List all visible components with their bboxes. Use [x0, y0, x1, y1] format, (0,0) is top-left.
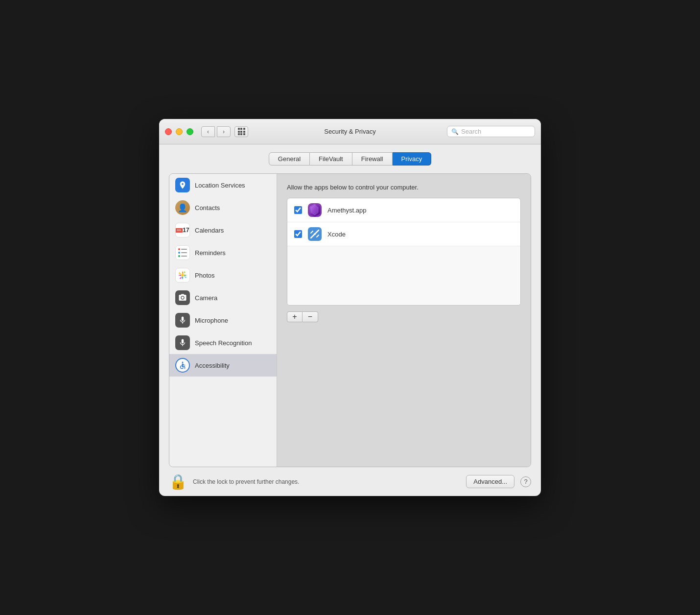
sidebar: Location Services 👤 Contacts JUL 17 Cale…: [169, 174, 277, 467]
grid-view-button[interactable]: [234, 126, 248, 137]
sidebar-item-speech-recognition[interactable]: Speech Recognition: [169, 331, 277, 354]
calendars-icon: JUL 17: [175, 223, 190, 237]
search-box[interactable]: 🔍: [447, 126, 535, 137]
svg-point-0: [181, 274, 184, 277]
list-controls: + −: [287, 311, 521, 322]
sidebar-item-location-services[interactable]: Location Services: [169, 174, 277, 196]
camera-label: Camera: [195, 294, 217, 302]
xcode-checkbox[interactable]: [294, 230, 302, 238]
tab-general[interactable]: General: [269, 152, 310, 166]
microphone-label: Microphone: [195, 317, 228, 324]
main-window: ‹ › Security & Privacy 🔍 General FileVau…: [159, 119, 541, 496]
back-button[interactable]: ‹: [201, 126, 215, 137]
right-panel: Allow the apps below to control your com…: [277, 174, 531, 467]
nav-buttons: ‹ ›: [201, 126, 231, 137]
contacts-icon: 👤: [175, 200, 190, 215]
reminders-icon: [175, 245, 190, 260]
titlebar: ‹ › Security & Privacy 🔍: [159, 119, 541, 144]
help-button[interactable]: ?: [520, 476, 531, 487]
maximize-button[interactable]: [187, 128, 193, 135]
sidebar-item-accessibility[interactable]: Accessibility: [169, 354, 277, 377]
microphone-icon: [175, 313, 190, 328]
location-services-icon: [175, 178, 190, 192]
lock-status-text: Click the lock to prevent further change…: [193, 478, 460, 485]
content-area: General FileVault Firewall Privacy Locat…: [159, 144, 541, 467]
forward-button[interactable]: ›: [217, 126, 231, 137]
amethyst-checkbox[interactable]: [294, 206, 302, 214]
apps-list: Amethyst.app Xcode: [287, 198, 521, 306]
reminders-label: Reminders: [195, 249, 226, 257]
sidebar-item-reminders[interactable]: Reminders: [169, 241, 277, 264]
accessibility-label: Accessibility: [195, 362, 230, 369]
sidebar-item-microphone[interactable]: Microphone: [169, 309, 277, 331]
xcode-app-icon: [308, 227, 322, 241]
tabs: General FileVault Firewall Privacy: [169, 152, 531, 166]
add-app-button[interactable]: +: [287, 311, 303, 322]
tab-firewall[interactable]: Firewall: [352, 152, 393, 166]
camera-icon: [175, 290, 190, 305]
empty-area: [287, 246, 520, 305]
panel-description: Allow the apps below to control your com…: [287, 184, 521, 191]
lock-icon[interactable]: 🔒: [169, 473, 187, 490]
table-row: Xcode: [287, 222, 520, 246]
grid-icon: [238, 128, 245, 135]
svg-point-6: [314, 233, 316, 235]
accessibility-icon: [175, 358, 190, 373]
xcode-app-name: Xcode: [327, 231, 346, 238]
calendars-label: Calendars: [195, 227, 224, 234]
search-input[interactable]: [461, 128, 531, 135]
tab-privacy[interactable]: Privacy: [393, 152, 432, 166]
sidebar-item-photos[interactable]: Photos: [169, 264, 277, 286]
traffic-lights: [165, 128, 193, 135]
remove-app-button[interactable]: −: [303, 311, 318, 322]
speech-recognition-label: Speech Recognition: [195, 339, 252, 347]
speech-recognition-icon: [175, 335, 190, 350]
photos-label: Photos: [195, 272, 214, 279]
close-button[interactable]: [165, 128, 172, 135]
sidebar-item-calendars[interactable]: JUL 17 Calendars: [169, 219, 277, 241]
bottom-bar: 🔒 Click the lock to prevent further chan…: [159, 467, 541, 496]
minimize-button[interactable]: [176, 128, 183, 135]
contacts-label: Contacts: [195, 204, 220, 212]
svg-point-1: [182, 362, 184, 363]
amethyst-app-icon: [308, 203, 322, 217]
sidebar-item-contacts[interactable]: 👤 Contacts: [169, 196, 277, 219]
main-panel: Location Services 👤 Contacts JUL 17 Cale…: [169, 173, 531, 467]
photos-icon: [175, 268, 190, 283]
window-title: Security & Privacy: [324, 128, 375, 135]
amethyst-app-name: Amethyst.app: [327, 207, 367, 214]
sidebar-item-camera[interactable]: Camera: [169, 286, 277, 309]
advanced-button[interactable]: Advanced...: [466, 475, 514, 488]
table-row: Amethyst.app: [287, 198, 520, 222]
tab-filevault[interactable]: FileVault: [310, 152, 352, 166]
search-icon: 🔍: [451, 128, 459, 135]
location-services-label: Location Services: [195, 182, 245, 189]
